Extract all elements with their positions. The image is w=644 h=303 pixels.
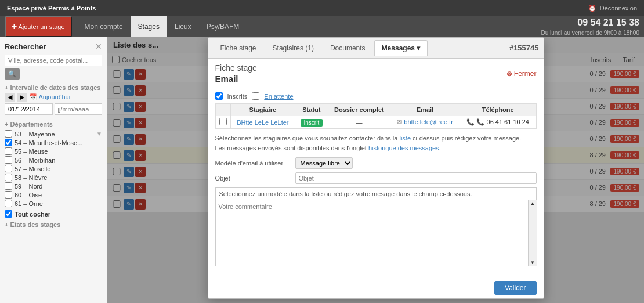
nav-stages[interactable]: Stages [131,16,167,37]
tab-messages[interactable]: Messages ▾ [374,40,428,56]
dept-56: 56 – Morbihan [5,156,102,164]
dept-55: 55 – Meuse [5,147,102,156]
th-stagiaire: Stagiaire [230,104,295,116]
list-link: liste [399,135,411,142]
th-telephone: Téléphone [460,104,536,116]
modal-fiche-title: Fiche stage [215,63,257,73]
stag-row-0-name[interactable]: BHtte LeLe LeLter [230,116,295,129]
textarea-hint: Sélectionnez un modèle dans la liste ou … [215,187,537,200]
stag-phone-text: 📞 06 41 61 10 24 [476,118,529,125]
date-start-input[interactable] [5,103,53,115]
th-statut: Statut [295,104,328,116]
stag-row-0-check [215,116,230,129]
date-prev-button[interactable]: ◀ [5,93,15,102]
search-label: Rechercher [5,42,95,51]
modal-overlay: Fiche stage Stagiaires (1) Documents Mes… [107,37,644,303]
modal-footer: Valider [208,277,544,298]
modal-close-button[interactable]: ⊗ Fermer [506,70,537,78]
scrollbar: ▲ ▼ [529,200,537,266]
tout-cocher-row: Tout cocher [5,210,102,218]
sidebar: Rechercher ✕ 🔍 + Intervalle de dates des… [0,37,107,303]
objet-row: Objet [215,172,537,184]
objet-label: Objet [215,175,291,182]
header-nav: ✚ Ajouter un stage Mon compte Stages Lie… [0,16,644,37]
dept-57-check[interactable] [5,165,12,172]
valider-button[interactable]: Valider [494,281,536,295]
email-icon: ✉ [397,118,402,125]
disconnect-link[interactable]: Déconnexion [600,5,637,12]
tout-cocher-label: Tout cocher [15,211,50,218]
dept-57: 57 – Moselle [5,164,102,173]
search-input[interactable] [5,55,102,66]
stag-filter: Inscrits En attente [215,92,537,100]
th-dossier: Dossier complet [328,104,390,116]
dept-59: 59 – Nord [5,182,102,190]
dept-61-check[interactable] [5,200,12,207]
dept-54-check[interactable] [5,139,12,146]
dept-61: 61 – Orne [5,199,102,208]
tab-documents[interactable]: Documents [323,40,373,56]
today-button[interactable]: 📅 Aujourd'hui [29,93,70,101]
time-display: 09 54 21 15 38 [541,16,639,29]
etats-section-title[interactable]: + Etats des stages [5,221,102,228]
filter-en-attente-check[interactable] [252,92,259,100]
tab-fiche-stage[interactable]: Fiche stage [213,40,264,56]
model-select[interactable]: Message libre [295,157,353,169]
dept-56-check[interactable] [5,156,12,164]
dept-60-check[interactable] [5,191,12,199]
nav-mon-compte[interactable]: Mon compte [78,16,130,37]
model-label: Modèle d'email à utiliser [215,160,291,167]
phone-time-block: 09 54 21 15 38 Du lundi au vendredi de 9… [541,16,639,37]
search-clear-icon[interactable]: ✕ [95,42,102,51]
modal-sub-title: Email [215,74,257,84]
date-row: ◀ ▶ 📅 Aujourd'hui [5,93,102,102]
main-layout: Rechercher ✕ 🔍 + Intervalle de dates des… [0,37,644,303]
modal-id: #155745 [509,44,539,52]
stag-row-0-statut: Inscrit [295,116,328,129]
stag-table: Stagiaire Statut Dossier complet Email T… [215,103,537,129]
notice-line-1: Sélectionnez les stagiaires que vous sou… [215,134,537,143]
close-icon: ⊗ [506,70,512,78]
modal-body: Inscrits En attente Stagiaire Statut Dos… [208,86,544,277]
nav-lieux[interactable]: Lieux [168,16,198,37]
dept-53-check[interactable] [5,130,12,138]
dept-55-check[interactable] [5,147,12,155]
dept-58: 58 – Nièvre [5,173,102,182]
search-button[interactable]: 🔍 [5,68,20,80]
date-input-row [5,103,102,117]
objet-input[interactable] [295,172,537,184]
stag-row-0-dossier: — [328,116,390,129]
textarea-wrapper: ▲ ▼ [215,200,537,266]
brand-label: Espace privé Permis à Points [7,5,96,12]
search-btn-row: 🔍 [5,68,102,80]
date-next-button[interactable]: ▶ [17,93,27,102]
date-section-title[interactable]: + Intervalle de dates des stages [5,84,102,91]
tout-cocher-check[interactable] [5,210,12,218]
tab-stagiaires[interactable]: Stagiaires (1) [265,40,321,56]
add-stage-button[interactable]: ✚ Ajouter un stage [5,16,72,37]
stag-check-0[interactable] [219,118,227,125]
top-bar-right: ⏰ Déconnexion [588,5,637,12]
stag-row-0: BHtte LeLe LeLter Inscrit — ✉ bhtte.lele… [215,116,536,129]
dept-section-title[interactable]: + Départements [5,121,102,128]
message-area: Sélectionnez un modèle dans la liste ou … [215,187,537,266]
phone-icon: 📞 [466,118,475,125]
dept-58-check[interactable] [5,174,12,181]
filter-en-attente-label: En attente [264,93,293,100]
clock-icon: ⏰ [588,5,596,12]
filter-inscrits-check[interactable] [215,92,223,100]
message-textarea[interactable] [215,200,529,266]
dept-54: 54 – Meurthe-et-Mose... [5,138,102,147]
historique-link[interactable]: historique des messages [368,145,439,152]
stag-email-text: bhtte.lele@free.fr [404,118,453,125]
scrollbar-down-icon: ▼ [530,260,535,265]
nav-psy-bafm[interactable]: Psy/BAFM [200,16,247,37]
top-bar: Espace privé Permis à Points ⏰ Déconnexi… [0,0,644,16]
modal-title-area: Fiche stage Email [215,63,257,84]
date-end-input[interactable] [55,103,103,115]
dept-59-check[interactable] [5,182,12,190]
stag-row-0-phone: 📞 📞 06 41 61 10 24 [460,116,536,129]
th-check [215,104,230,116]
dept-53: 53 – Mayenne ▼ [5,129,102,138]
statut-badge: Inscrit [301,119,323,127]
